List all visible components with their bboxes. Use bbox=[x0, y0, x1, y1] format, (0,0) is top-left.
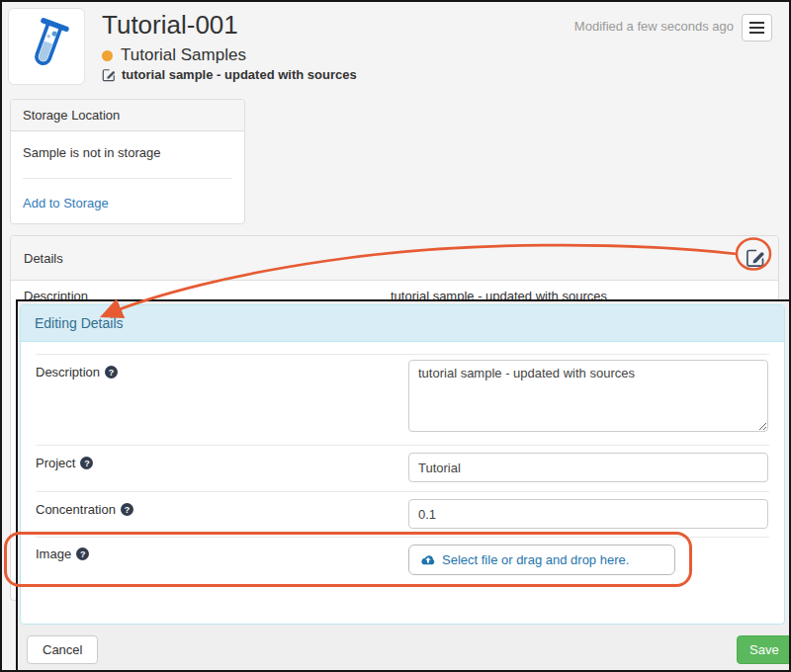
storage-location-panel: Storage Location Sample is not in storag… bbox=[10, 99, 245, 224]
test-tube-icon bbox=[18, 16, 75, 77]
edit-pencil-square-icon[interactable] bbox=[102, 68, 116, 82]
question-circle-icon[interactable]: ? bbox=[76, 547, 89, 560]
project-field-row: Project ? bbox=[36, 445, 769, 491]
description-field-row: Description ? tutorial sample - updated … bbox=[36, 354, 769, 445]
divider bbox=[23, 178, 232, 179]
cancel-button[interactable]: Cancel bbox=[27, 635, 98, 664]
editing-details-modal: Editing Details Description ? tutorial s… bbox=[16, 299, 791, 672]
project-field-label: Project bbox=[36, 456, 75, 470]
menu-button[interactable] bbox=[742, 14, 772, 42]
description-field-label: Description bbox=[36, 365, 100, 379]
image-field-row: Image ? Select file or drag and drop her… bbox=[36, 537, 769, 614]
description-textarea[interactable]: tutorial sample - updated with sources bbox=[408, 360, 768, 432]
project-input[interactable] bbox=[408, 453, 768, 482]
dropzone-label: Select file or drag and drop here. bbox=[442, 552, 629, 567]
file-dropzone[interactable]: Select file or drag and drop here. bbox=[408, 545, 675, 575]
storage-panel-title: Storage Location bbox=[11, 100, 244, 131]
page-title: Tutorial-001 bbox=[102, 10, 238, 41]
add-to-storage-link[interactable]: Add to Storage bbox=[23, 196, 109, 210]
page: Tutorial-001 Tutorial Samples tutorial s… bbox=[0, 0, 791, 672]
sample-type-dot-icon bbox=[102, 50, 113, 61]
modal-title: Editing Details bbox=[21, 305, 784, 342]
save-button[interactable]: Save bbox=[737, 635, 791, 664]
details-edit-button[interactable] bbox=[746, 248, 765, 268]
concentration-field-label: Concentration bbox=[36, 502, 116, 517]
image-field-label: Image bbox=[36, 546, 71, 561]
question-circle-icon[interactable]: ? bbox=[105, 366, 118, 378]
modified-timestamp: Modified a few seconds ago bbox=[574, 19, 734, 34]
concentration-input[interactable] bbox=[408, 499, 768, 529]
concentration-field-row: Concentration ? bbox=[36, 491, 769, 537]
cloud-upload-icon bbox=[420, 554, 436, 566]
details-panel-title: Details bbox=[24, 251, 63, 266]
question-circle-icon[interactable]: ? bbox=[80, 457, 93, 469]
sample-type-label: Tutorial Samples bbox=[121, 45, 246, 65]
modal-content-box: Editing Details Description ? tutorial s… bbox=[20, 304, 785, 625]
hamburger-icon bbox=[749, 22, 764, 24]
pencil-square-icon bbox=[746, 248, 765, 268]
sample-icon-card bbox=[8, 8, 85, 85]
storage-status-text: Sample is not in storage bbox=[23, 145, 232, 160]
header-description: tutorial sample - updated with sources bbox=[122, 67, 357, 82]
question-circle-icon[interactable]: ? bbox=[121, 503, 133, 516]
